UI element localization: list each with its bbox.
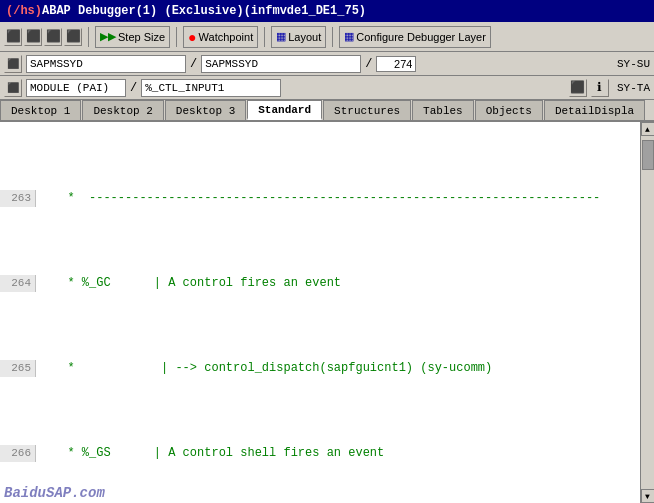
module-bar-2: ⬛ / ⬛ ℹ SY-TA xyxy=(0,76,654,100)
info-icon-1[interactable]: ⬛ xyxy=(569,79,587,97)
toolbar-sep-3 xyxy=(264,27,265,47)
module-bar-1: ⬛ / / SY-SU xyxy=(0,52,654,76)
title-text: ABAP Debugger(1) (Exclusive)(infmvde1_DE… xyxy=(42,4,366,18)
watchpoint-button[interactable]: ● Watchpoint xyxy=(183,26,258,48)
code-scroll[interactable]: 263 * ----------------------------------… xyxy=(0,122,640,503)
table-row: 263 * ----------------------------------… xyxy=(0,190,640,207)
tab-tables[interactable]: Tables xyxy=(412,100,474,120)
line-number-input[interactable] xyxy=(376,56,416,72)
module-bar-slash2: / xyxy=(365,57,372,71)
table-row: 265 * | --> control_dispatch(sapfguicnt1… xyxy=(0,360,640,377)
program-input-2[interactable] xyxy=(201,55,361,73)
layout-label: Layout xyxy=(288,31,321,43)
line-num-263: 263 xyxy=(0,190,36,207)
configure-label: Configure Debugger Layer xyxy=(356,31,486,43)
vertical-scrollbar[interactable]: ▲ ▼ xyxy=(640,122,654,503)
watchpoint-label: Watchpoint xyxy=(199,31,254,43)
module-bar-icon[interactable]: ⬛ xyxy=(4,55,22,73)
module-bar2-icon[interactable]: ⬛ xyxy=(4,79,22,97)
watermark: BaiduSAP.com xyxy=(4,485,105,501)
configure-icon: ▦ xyxy=(344,30,354,43)
program-input-1[interactable] xyxy=(26,55,186,73)
scroll-down-button[interactable]: ▼ xyxy=(641,489,655,503)
toolbar-icon-4[interactable]: ⬛ xyxy=(64,28,82,46)
tab-bar: Desktop 1 Desktop 2 Desktop 3 Standard S… xyxy=(0,100,654,122)
line-num-264: 264 xyxy=(0,275,36,292)
toolbar: ⬛ ⬛ ⬛ ⬛ ▶▶ Step Size ● Watchpoint ▦ Layo… xyxy=(0,22,654,52)
step-icon: ▶▶ xyxy=(100,30,116,43)
line-content-264: * %_GC | A control fires an event xyxy=(50,275,640,292)
info-icon-2[interactable]: ℹ xyxy=(591,79,609,97)
tab-desktop-3[interactable]: Desktop 3 xyxy=(165,100,246,120)
tab-detail-display[interactable]: DetailDispla xyxy=(544,100,645,120)
step-size-label: Step Size xyxy=(118,31,165,43)
module-name-input[interactable] xyxy=(141,79,281,97)
table-row: 264 * %_GC | A control fires an event xyxy=(0,275,640,292)
tab-objects[interactable]: Objects xyxy=(475,100,543,120)
line-num-265: 265 xyxy=(0,360,36,377)
toolbar-sep-4 xyxy=(332,27,333,47)
configure-debugger-button[interactable]: ▦ Configure Debugger Layer xyxy=(339,26,491,48)
scroll-up-button[interactable]: ▲ xyxy=(641,122,655,136)
module-type-input[interactable] xyxy=(26,79,126,97)
table-row: 266 * %_GS | A control shell fires an ev… xyxy=(0,445,640,462)
toolbar-icon-1[interactable]: ⬛ xyxy=(4,28,22,46)
scroll-thumb[interactable] xyxy=(642,140,654,170)
module-bar2-slash: / xyxy=(130,81,137,95)
title-bar: (/hs) ABAP Debugger(1) (Exclusive)(infmv… xyxy=(0,0,654,22)
watchpoint-icon: ● xyxy=(188,29,196,45)
line-content-266: * %_GS | A control shell fires an event xyxy=(50,445,640,462)
layout-button[interactable]: ▦ Layout xyxy=(271,26,326,48)
code-lines: 263 * ----------------------------------… xyxy=(0,122,640,503)
toolbar-icons-group: ⬛ ⬛ ⬛ ⬛ xyxy=(4,28,82,46)
tab-desktop-1[interactable]: Desktop 1 xyxy=(0,100,81,120)
layout-icon: ▦ xyxy=(276,30,286,43)
sys-info-1: SY-SU xyxy=(617,58,650,70)
title-highlight: (/hs) xyxy=(6,4,42,18)
code-area: 263 * ----------------------------------… xyxy=(0,122,654,503)
tab-structures[interactable]: Structures xyxy=(323,100,411,120)
toolbar-icon-3[interactable]: ⬛ xyxy=(44,28,62,46)
toolbar-icon-2[interactable]: ⬛ xyxy=(24,28,42,46)
tab-standard[interactable]: Standard xyxy=(247,100,322,120)
line-content-263: * --------------------------------------… xyxy=(50,190,640,207)
line-content-265: * | --> control_dispatch(sapfguicnt1) (s… xyxy=(50,360,640,377)
line-num-266: 266 xyxy=(0,445,36,462)
toolbar-sep-2 xyxy=(176,27,177,47)
toolbar-sep-1 xyxy=(88,27,89,47)
sys-info-2: SY-TA xyxy=(617,82,650,94)
module-bar-slash: / xyxy=(190,57,197,71)
step-size-button[interactable]: ▶▶ Step Size xyxy=(95,26,170,48)
tab-desktop-2[interactable]: Desktop 2 xyxy=(82,100,163,120)
module-bar2-icons: ⬛ ℹ xyxy=(569,79,609,97)
